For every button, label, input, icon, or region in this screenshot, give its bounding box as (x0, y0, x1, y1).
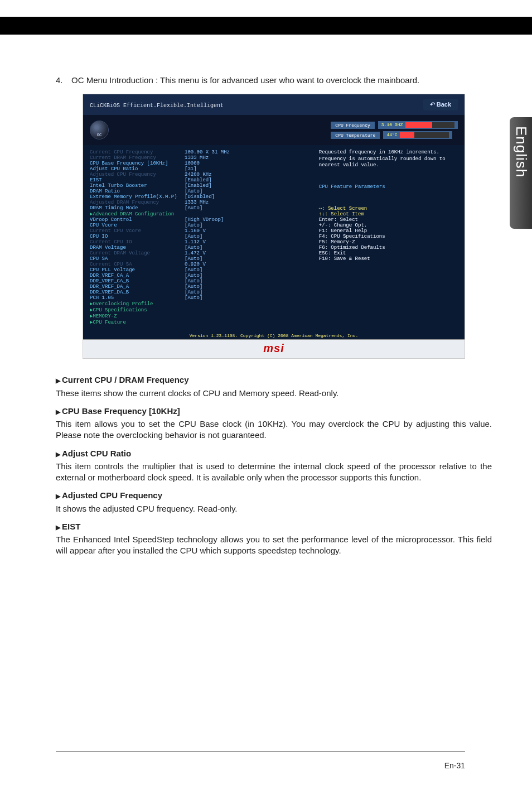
doc-section: ▶EISTThe Enhanced Intel SpeedStep techno… (56, 521, 492, 557)
bios-row[interactable]: ▶CPU Specifications (90, 307, 312, 313)
section-title: Current CPU / DRAM Frequency (62, 375, 189, 384)
bios-row-key: Current CPU IO (90, 239, 185, 245)
bios-logo: CLiCKBiOS Efficient.Flexible.Intelligent (90, 100, 224, 109)
bios-row[interactable]: Current CPU Vcore1.160 V (90, 228, 312, 234)
bios-row[interactable]: PCH 1.05[Auto] (90, 295, 312, 301)
bios-row[interactable]: Adjusted CPU Frequency24200 KHz (90, 172, 312, 177)
bios-row-value: [Auto] (185, 245, 202, 251)
bios-row[interactable]: DDR_VREF_CA_A[Auto] (90, 273, 312, 278)
bios-row-value: 10000 (185, 161, 200, 166)
section-heading: ▶Adjust CPU Ratio (56, 448, 492, 459)
bios-row-key: ▶CPU Feature (90, 319, 185, 325)
bios-row[interactable]: Adjust CPU Ratio[31] (90, 166, 312, 172)
bios-row[interactable]: DRAM Timing Mode[Auto] (90, 205, 312, 211)
bios-row-key: DDR_VREF_DA_A (90, 284, 185, 290)
bios-row-key: Current CPU Vcore (90, 228, 185, 234)
bios-row[interactable]: CPU Base Frequency [10KHz]10000 (90, 161, 312, 166)
bios-row[interactable]: ▶Advanced DRAM Configuration (90, 211, 312, 217)
bios-row[interactable]: Current CPU IO1.112 V (90, 239, 312, 245)
bios-row[interactable]: EIST[Enabled] (90, 177, 312, 183)
bios-row-key: ▶Overclocking Profile (90, 301, 185, 307)
bios-row-key: PCH 1.05 (90, 295, 185, 301)
bios-row-key: Current CPU Frequency (90, 150, 185, 155)
bios-row[interactable]: Current CPU Frequency100.00 X 31 MHz (90, 150, 312, 155)
footer-rule (56, 752, 465, 752)
intro-text: OC Menu Introduction : This menu is for … (71, 75, 419, 86)
bios-row[interactable]: ▶Overclocking Profile (90, 301, 312, 307)
bios-row[interactable]: Current DRAM Frequency1333 MHz (90, 155, 312, 161)
back-button[interactable]: ↶ Back (423, 99, 458, 110)
bios-row[interactable]: Current DRAM Voltage1.472 V (90, 251, 312, 256)
bios-row-value: 1.160 V (185, 228, 206, 234)
cpu-temp-stat: CPU Temperature 44°C (331, 131, 458, 139)
triangle-icon: ▶ (56, 524, 60, 531)
help-text-2: CPU Feature Parameters (319, 184, 458, 190)
section-title: CPU Base Frequency [10KHz] (62, 406, 180, 416)
oc-icon: OC (90, 121, 109, 139)
bios-row-key: DDR_VREF_CA_A (90, 273, 185, 278)
bios-row-value: 100.00 X 31 MHz (185, 150, 230, 155)
bios-row[interactable]: DRAM Ratio[Auto] (90, 189, 312, 194)
bios-row-value: [Auto] (185, 189, 202, 194)
bios-row-key: ▶MEMORY-Z (90, 313, 185, 319)
bios-row-key: CPU IO (90, 234, 185, 239)
bios-row-value: [Auto] (185, 234, 202, 239)
bios-row-key: DRAM Voltage (90, 245, 185, 251)
bios-version: Version 1.23.1108. Copyright (C) 2008 Am… (83, 331, 465, 339)
bios-body: Current CPU Frequency100.00 X 31 MHzCurr… (83, 145, 465, 331)
bios-row-key: Intel Turbo Booster (90, 183, 185, 189)
bios-row[interactable]: DDR_VREF_DA_B[Auto] (90, 290, 312, 295)
bios-row[interactable]: Extreme Memory Profile(X.M.P)[Disabled] (90, 194, 312, 200)
bios-row-key: VDroop Control (90, 217, 185, 223)
bios-row-value: 1.472 V (185, 251, 206, 256)
bios-row[interactable]: CPU IO[Auto] (90, 234, 312, 239)
bios-row[interactable]: Current CPU SA0.920 V (90, 262, 312, 267)
section-title: Adjust CPU Ratio (62, 449, 131, 458)
bios-row[interactable]: Adjusted DRAM Frequency1333 MHz (90, 200, 312, 205)
doc-section: ▶Current CPU / DRAM FrequencyThese items… (56, 374, 492, 399)
doc-section: ▶Adjusted CPU FrequencyIt shows the adju… (56, 490, 492, 514)
bios-row-value: [Auto] (185, 223, 202, 228)
triangle-icon: ▶ (56, 377, 60, 384)
hint-line: F1: General Help (319, 228, 458, 234)
logo-sub: Efficient.Flexible.Intelligent (120, 103, 224, 109)
bios-row-key: ▶CPU Specifications (90, 307, 185, 313)
bios-row[interactable]: ▶CPU Feature (90, 319, 312, 325)
logo-main: CLiCKBiOS (90, 103, 120, 109)
bios-row[interactable]: CPU SA[Auto] (90, 256, 312, 262)
hint-line: F5: Memory-Z (319, 239, 458, 245)
bios-row-value: 1333 MHz (185, 155, 209, 161)
triangle-icon: ▶ (56, 493, 60, 499)
section-title: EIST (62, 522, 80, 531)
bios-row-value: [Auto] (185, 256, 202, 262)
bios-row[interactable]: DDR_VREF_CA_B[Auto] (90, 278, 312, 284)
section-heading: ▶CPU Base Frequency [10KHz] (56, 406, 492, 417)
bios-row-value: [Auto] (185, 205, 202, 211)
doc-section: ▶CPU Base Frequency [10KHz]This item all… (56, 406, 492, 441)
bios-row[interactable]: DDR_VREF_DA_A[Auto] (90, 284, 312, 290)
bios-row[interactable]: VDroop Control[High VDroop] (90, 217, 312, 223)
bios-row[interactable]: ▶MEMORY-Z (90, 313, 312, 319)
bios-row-value: [Auto] (185, 295, 202, 301)
bios-row-key: Adjusted CPU Frequency (90, 172, 185, 177)
bios-row[interactable]: DRAM Voltage[Auto] (90, 245, 312, 251)
bios-row-value: [Auto] (185, 290, 202, 295)
bios-status-row: OC CPU Frequency 3.10 GHZ CPU Temperatur… (83, 115, 465, 145)
hint-line: Enter: Select (319, 217, 458, 223)
bios-row-value: 24200 KHz (185, 172, 212, 177)
bios-row-value: 0.920 V (185, 262, 206, 267)
bios-row[interactable]: Intel Turbo Booster[Enabled] (90, 183, 312, 189)
freq-value: 3.10 GHZ (378, 121, 458, 129)
section-body: These items show the current clocks of C… (56, 388, 492, 399)
bios-row[interactable]: CPU Vcore[Auto] (90, 223, 312, 228)
bios-row-key: CPU PLL Voltage (90, 267, 185, 273)
bios-row-value: [31] (185, 166, 197, 172)
bios-row-key: CPU Base Frequency [10KHz] (90, 161, 185, 166)
hint-line: +/-: Change Opt. (319, 223, 458, 228)
temp-label: CPU Temperature (331, 132, 380, 139)
bios-row-value: [Auto] (185, 278, 202, 284)
bios-row-key: Current DRAM Voltage (90, 251, 185, 256)
bios-row-key: Adjust CPU Ratio (90, 166, 185, 172)
bios-row-value: 1333 MHz (185, 200, 209, 205)
bios-row[interactable]: CPU PLL Voltage[Auto] (90, 267, 312, 273)
